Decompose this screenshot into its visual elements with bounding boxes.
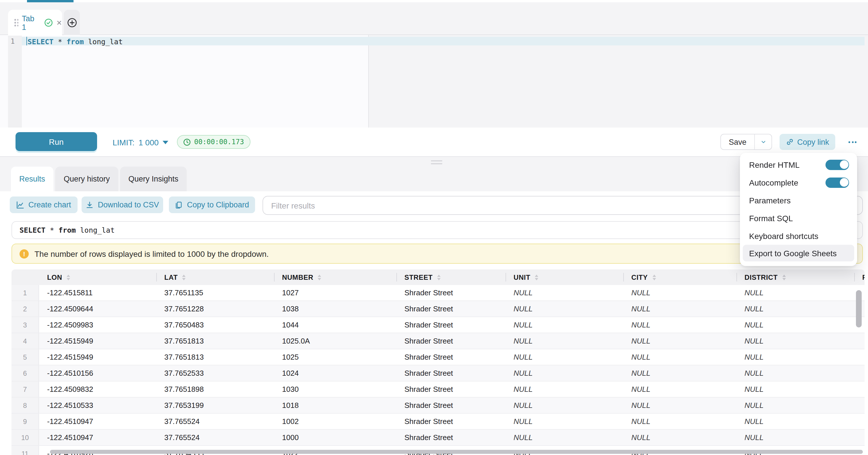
save-options-button[interactable] xyxy=(754,134,772,149)
cell-lon[interactable]: -122.4515949 xyxy=(39,349,156,365)
cell-lat[interactable]: 37.765524 xyxy=(156,414,274,429)
cell-city[interactable]: NULL xyxy=(623,301,737,316)
cell-district[interactable]: NULL xyxy=(737,285,854,300)
menu-item-keyboard-shortcuts[interactable]: Keyboard shortcuts xyxy=(740,227,857,245)
header-district[interactable]: DISTRICT xyxy=(737,269,854,285)
cell-unit[interactable]: NULL xyxy=(505,349,623,365)
cell-lon[interactable]: -122.4515949 xyxy=(39,333,156,349)
drag-grip-icon[interactable] xyxy=(14,19,19,26)
menu-item-autocomplete[interactable]: Autocomplete xyxy=(740,174,857,191)
cell-unit[interactable]: NULL xyxy=(505,414,623,429)
cell-region[interactable] xyxy=(854,333,865,349)
row-number-cell[interactable]: 2 xyxy=(11,301,39,316)
cell-district[interactable]: NULL xyxy=(737,382,854,397)
cell-number[interactable]: 1018 xyxy=(274,398,396,413)
run-button[interactable]: Run xyxy=(16,132,97,151)
cell-lon[interactable]: -122.4510156 xyxy=(39,365,156,381)
query-tab[interactable]: Tab 1 ✕ xyxy=(8,10,62,36)
cell-lon[interactable]: -122.4510533 xyxy=(39,398,156,413)
cell-district[interactable]: NULL xyxy=(737,317,854,333)
cell-lon[interactable]: -122.4509832 xyxy=(39,382,156,397)
autocomplete-toggle[interactable] xyxy=(826,177,849,188)
cell-street[interactable]: Shrader Street xyxy=(396,414,505,429)
header-unit[interactable]: UNIT xyxy=(505,269,623,285)
vertical-scrollbar[interactable] xyxy=(856,290,862,328)
cell-city[interactable]: NULL xyxy=(623,285,737,300)
cell-lat[interactable]: 37.7651228 xyxy=(156,301,274,316)
cell-region[interactable] xyxy=(854,382,865,397)
cell-lat[interactable]: 37.7651135 xyxy=(156,285,274,300)
cell-street[interactable]: Shrader Street xyxy=(396,398,505,413)
cell-number[interactable]: 1044 xyxy=(274,317,396,333)
cell-street[interactable]: Shrader Street xyxy=(396,349,505,365)
cell-district[interactable]: NULL xyxy=(737,301,854,316)
code-line[interactable]: SELECT * from long_lat xyxy=(28,37,123,46)
cell-city[interactable]: NULL xyxy=(623,333,737,349)
cell-region[interactable] xyxy=(854,398,865,413)
cell-district[interactable]: NULL xyxy=(737,398,854,413)
cell-district[interactable]: NULL xyxy=(737,333,854,349)
row-number-cell[interactable]: 11 xyxy=(11,446,39,455)
cell-unit[interactable]: NULL xyxy=(505,398,623,413)
tab-results[interactable]: Results xyxy=(11,166,54,191)
cell-unit[interactable]: NULL xyxy=(505,317,623,333)
cell-city[interactable]: NULL xyxy=(623,365,737,381)
code-editor[interactable]: 1 SELECT * from long_lat xyxy=(0,35,868,127)
menu-item-export-google-sheets[interactable]: Export to Google Sheets xyxy=(743,245,854,262)
more-options-button[interactable] xyxy=(844,134,861,150)
close-tab-icon[interactable]: ✕ xyxy=(56,19,62,26)
cell-city[interactable]: NULL xyxy=(623,414,737,429)
header-lon[interactable]: LON xyxy=(39,269,156,285)
cell-unit[interactable]: NULL xyxy=(505,365,623,381)
row-number-cell[interactable]: 1 xyxy=(11,285,39,300)
cell-number[interactable]: 1025.0A xyxy=(274,333,396,349)
cell-lon[interactable]: -122.4510947 xyxy=(39,430,156,445)
header-street[interactable]: STREET xyxy=(396,269,505,285)
cell-city[interactable]: NULL xyxy=(623,349,737,365)
cell-street[interactable]: Shrader Street xyxy=(396,333,505,349)
cell-district[interactable]: NULL xyxy=(737,349,854,365)
row-number-cell[interactable]: 6 xyxy=(11,365,39,381)
cell-lon[interactable]: -122.4515811 xyxy=(39,285,156,300)
horizontal-scrollbar[interactable] xyxy=(50,450,863,454)
cell-region[interactable] xyxy=(854,349,865,365)
cell-lat[interactable]: 37.7651813 xyxy=(156,333,274,349)
cell-number[interactable]: 1002 xyxy=(274,414,396,429)
row-number-cell[interactable]: 8 xyxy=(11,398,39,413)
copy-clipboard-button[interactable]: Copy to Clipboard xyxy=(169,196,255,213)
cell-lon[interactable]: -122.4509644 xyxy=(39,301,156,316)
cell-lat[interactable]: 37.7650483 xyxy=(156,317,274,333)
row-number-cell[interactable]: 4 xyxy=(11,333,39,349)
row-number-cell[interactable]: 7 xyxy=(11,382,39,397)
cell-lat[interactable]: 37.7652533 xyxy=(156,365,274,381)
row-number-cell[interactable]: 3 xyxy=(11,317,39,333)
cell-region[interactable] xyxy=(854,365,865,381)
cell-city[interactable]: NULL xyxy=(623,430,737,445)
header-city[interactable]: CITY xyxy=(623,269,737,285)
cell-street[interactable]: Shrader Street xyxy=(396,285,505,300)
cell-street[interactable]: Shrader Street xyxy=(396,365,505,381)
cell-district[interactable]: NULL xyxy=(737,365,854,381)
menu-item-render-html[interactable]: Render HTML xyxy=(740,156,857,174)
cell-unit[interactable]: NULL xyxy=(505,301,623,316)
cell-street[interactable]: Shrader Street xyxy=(396,317,505,333)
cell-number[interactable]: 1027 xyxy=(274,285,396,300)
menu-item-parameters[interactable]: Parameters xyxy=(740,191,857,209)
resize-handle[interactable] xyxy=(431,160,442,165)
row-number-cell[interactable]: 10 xyxy=(11,430,39,445)
copy-link-button[interactable]: Copy link xyxy=(779,134,835,150)
cell-unit[interactable]: NULL xyxy=(505,430,623,445)
download-csv-button[interactable]: Download to CSV xyxy=(82,196,163,213)
render-html-toggle[interactable] xyxy=(826,159,849,170)
cell-city[interactable]: NULL xyxy=(623,382,737,397)
create-chart-button[interactable]: Create chart xyxy=(10,196,78,213)
menu-item-format-sql[interactable]: Format SQL xyxy=(740,209,857,227)
cell-lat[interactable]: 37.7651898 xyxy=(156,382,274,397)
cell-unit[interactable]: NULL xyxy=(505,382,623,397)
new-tab-button[interactable] xyxy=(64,10,80,36)
cell-street[interactable]: Shrader Street xyxy=(396,382,505,397)
row-number-cell[interactable]: 9 xyxy=(11,414,39,429)
cell-lat[interactable]: 37.7651813 xyxy=(156,349,274,365)
cell-number[interactable]: 1030 xyxy=(274,382,396,397)
executed-sql-bar[interactable]: SELECT * from long_lat xyxy=(11,221,863,239)
